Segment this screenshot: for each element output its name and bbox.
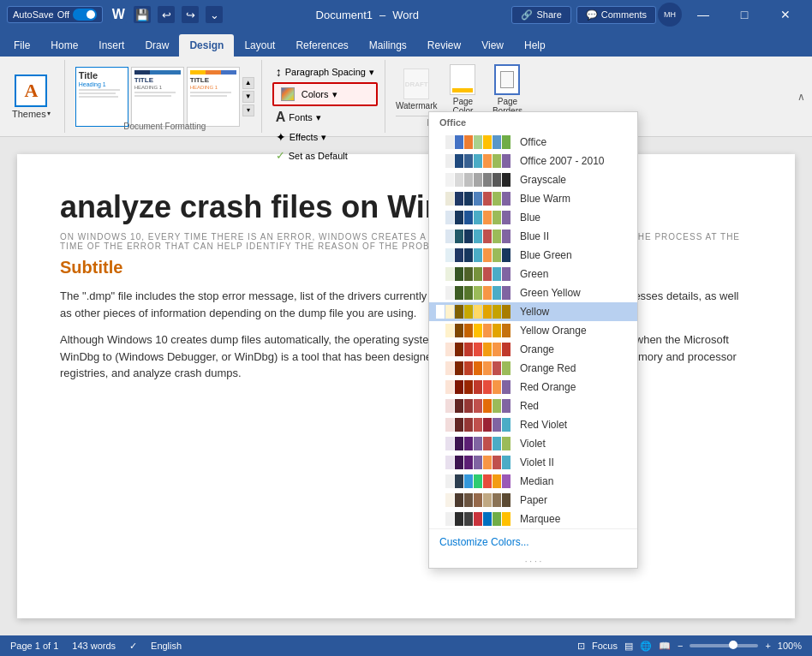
- page-color-button[interactable]: PageColor: [444, 64, 481, 116]
- color-item[interactable]: Violet: [429, 434, 637, 453]
- swatch-cell: [493, 135, 501, 149]
- zoom-slider[interactable]: [690, 644, 758, 647]
- tab-mailings[interactable]: Mailings: [359, 34, 417, 57]
- tab-references[interactable]: References: [285, 34, 358, 57]
- swatch-cell: [474, 512, 482, 526]
- tab-file[interactable]: File: [3, 34, 40, 57]
- effects-button[interactable]: ✦ Effects ▾: [272, 128, 378, 146]
- themes-chevron: ▾: [47, 110, 51, 117]
- redo-icon[interactable]: ↪: [182, 6, 199, 23]
- color-item[interactable]: Red Violet: [429, 415, 637, 434]
- customize-colors-button[interactable]: Customize Colors...: [429, 528, 637, 555]
- comments-button[interactable]: 💬 Comments: [576, 6, 656, 24]
- color-item-name: Blue Warm: [520, 193, 570, 205]
- zoom-thumb[interactable]: [729, 641, 737, 649]
- customize-icon[interactable]: ⌄: [206, 6, 223, 23]
- tab-layout[interactable]: Layout: [234, 34, 285, 57]
- swatch-cell: [474, 456, 482, 469]
- swatch-cell: [493, 324, 501, 337]
- theme-thumb-3[interactable]: TITLE HEADING 1: [187, 67, 240, 127]
- tab-view[interactable]: View: [471, 34, 514, 57]
- swatch-cell: [502, 211, 510, 224]
- title-bar-center: Document1 – Word: [316, 9, 420, 21]
- web-layout-icon[interactable]: 🌐: [640, 641, 652, 652]
- focus-mode-icon[interactable]: ⊡: [577, 641, 585, 652]
- themes-group: A Themes ▾: [7, 60, 65, 133]
- color-item[interactable]: Orange Red: [429, 359, 637, 378]
- swatch-cell: [474, 173, 482, 187]
- swatch-cell: [445, 267, 454, 281]
- focus-label[interactable]: Focus: [592, 641, 618, 651]
- zoom-out-icon[interactable]: −: [678, 641, 683, 651]
- colors-button[interactable]: Colors ▾: [272, 82, 378, 106]
- maximize-button[interactable]: □: [725, 0, 764, 29]
- color-item[interactable]: Red: [429, 397, 637, 415]
- themes-button[interactable]: A Themes ▾: [7, 71, 56, 122]
- user-avatar[interactable]: MH: [658, 3, 682, 27]
- color-item[interactable]: Marquee: [429, 510, 637, 528]
- swatch-cell: [464, 248, 473, 262]
- theme-thumb-1[interactable]: Title Heading 1: [75, 67, 128, 127]
- theme-scroll-up[interactable]: ▲: [242, 77, 254, 89]
- swatch-cell: [502, 512, 510, 526]
- watermark-button[interactable]: DRAFT Watermark: [396, 69, 438, 110]
- para-spacing-label: Paragraph Spacing: [285, 67, 366, 77]
- color-item-name: Median: [520, 475, 553, 487]
- swatch-cell: [474, 211, 482, 224]
- color-item[interactable]: Orange: [429, 340, 637, 359]
- set-default-button[interactable]: ✓ Set as Default: [272, 147, 378, 164]
- tab-home[interactable]: Home: [40, 34, 88, 57]
- swatch-cell: [483, 399, 492, 413]
- ribbon-collapse-button[interactable]: ∧: [797, 91, 805, 103]
- swatch-cell: [436, 192, 445, 206]
- color-item-name: Grayscale: [520, 174, 566, 186]
- tab-review[interactable]: Review: [417, 34, 471, 57]
- color-item[interactable]: Green Yellow: [429, 283, 637, 302]
- color-item[interactable]: Paper: [429, 491, 637, 510]
- swatch-cell: [464, 154, 473, 168]
- color-item[interactable]: Blue: [429, 208, 637, 227]
- tab-insert[interactable]: Insert: [88, 34, 134, 57]
- autosave-toggle[interactable]: [73, 9, 97, 21]
- page-borders-button[interactable]: PageBorders: [488, 64, 526, 116]
- tab-help[interactable]: Help: [514, 34, 556, 57]
- zoom-in-icon[interactable]: +: [765, 641, 770, 651]
- color-item[interactable]: Blue II: [429, 227, 637, 246]
- autosave-label: AutoSave: [13, 9, 54, 20]
- share-button[interactable]: 🔗 Share: [511, 6, 570, 24]
- color-item[interactable]: Blue Warm: [429, 189, 637, 208]
- autosave-button[interactable]: AutoSave Off: [7, 6, 103, 23]
- close-button[interactable]: ✕: [766, 0, 805, 29]
- swatch-cell: [436, 418, 445, 432]
- fonts-button[interactable]: A Fonts ▾: [272, 108, 378, 127]
- color-item[interactable]: Violet II: [429, 453, 637, 472]
- color-item[interactable]: Blue Green: [429, 246, 637, 265]
- undo-icon[interactable]: ↩: [158, 6, 175, 23]
- color-item[interactable]: Office: [429, 133, 637, 152]
- color-item[interactable]: Median: [429, 472, 637, 491]
- color-item[interactable]: Grayscale: [429, 170, 637, 189]
- dropdown-scroll[interactable]: OfficeOffice 2007 - 2010GrayscaleBlue Wa…: [429, 133, 637, 528]
- print-layout-icon[interactable]: ▤: [624, 641, 633, 652]
- tab-design[interactable]: Design: [179, 34, 234, 57]
- theme-scroll-more[interactable]: ▾: [242, 104, 254, 116]
- theme-thumb-2[interactable]: TITLE HEADING 1: [131, 67, 184, 127]
- save-icon[interactable]: 💾: [134, 6, 151, 23]
- color-item[interactable]: Office 2007 - 2010: [429, 152, 637, 170]
- color-item[interactable]: Yellow: [429, 302, 637, 321]
- swatch-cell: [436, 211, 445, 224]
- swatch-cell: [445, 286, 454, 300]
- read-mode-icon[interactable]: 📖: [659, 641, 671, 652]
- swatch-cell: [455, 418, 463, 432]
- color-item[interactable]: Green: [429, 265, 637, 283]
- color-item[interactable]: Red Orange: [429, 378, 637, 397]
- minimize-button[interactable]: —: [684, 0, 723, 29]
- theme-scroll-down[interactable]: ▼: [242, 91, 254, 103]
- swatch-cell: [436, 267, 445, 281]
- swatch-cell: [445, 230, 454, 243]
- tab-draw[interactable]: Draw: [134, 34, 179, 57]
- color-item[interactable]: Yellow Orange: [429, 321, 637, 340]
- swatch-cell: [436, 230, 445, 243]
- paragraph-spacing-button[interactable]: ↕ Paragraph Spacing ▾: [272, 63, 378, 81]
- doc-formatting-group: Title Heading 1 TITLE HEADING 1: [69, 60, 262, 133]
